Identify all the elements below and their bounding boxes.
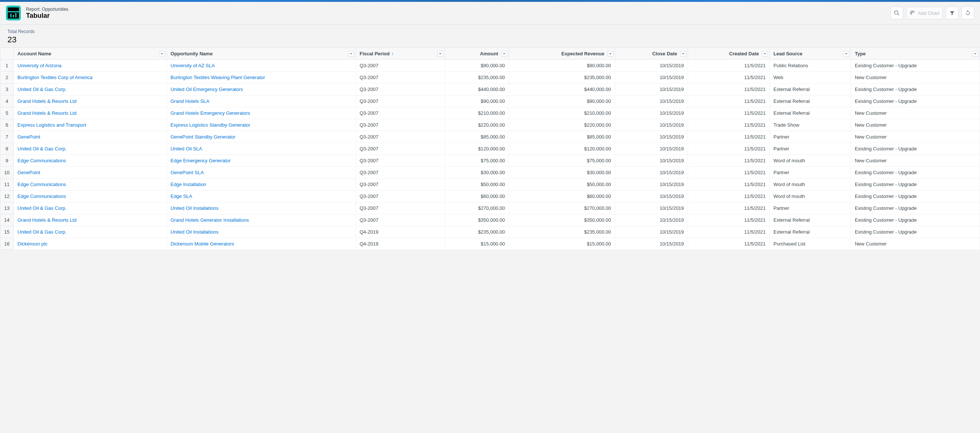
cell-type: New Customer	[851, 131, 980, 143]
cell-opportunity[interactable]: Express Logistics Standby Generator	[166, 119, 356, 131]
cell-opportunity[interactable]: Edge SLA	[166, 190, 356, 202]
cell-close: 10/15/2019	[615, 226, 687, 238]
search-button[interactable]	[891, 7, 903, 19]
cell-account[interactable]: University of Arizona	[14, 60, 167, 72]
cell-expected: $90,000.00	[509, 60, 615, 72]
cell-account[interactable]: Edge Communications	[14, 190, 167, 202]
cell-created: 11/5/2021	[687, 107, 769, 119]
refresh-button[interactable]	[961, 7, 974, 19]
cell-account[interactable]: United Oil & Gas Corp.	[14, 84, 167, 95]
column-header-amount[interactable]: Amount	[445, 48, 509, 60]
column-header-created[interactable]: Created Date	[687, 48, 769, 60]
cell-account[interactable]: United Oil & Gas Corp.	[14, 143, 167, 155]
column-header-close[interactable]: Close Date	[615, 48, 687, 60]
row-index: 16	[0, 238, 14, 250]
cell-opportunity[interactable]: Grand Hotels Generator Installations	[166, 214, 356, 226]
column-header-account[interactable]: Account Name	[14, 48, 167, 60]
table-row: 2Burlington Textiles Corp of AmericaBurl…	[0, 72, 980, 84]
cell-account[interactable]: Dickenson plc	[14, 238, 167, 250]
column-menu-button[interactable]	[762, 51, 768, 57]
column-header-type[interactable]: Type	[851, 48, 980, 60]
filter-button[interactable]	[946, 7, 958, 19]
cell-opportunity[interactable]: Burlington Textiles Weaving Plant Genera…	[166, 72, 356, 84]
add-chart-button[interactable]: Add Chart	[906, 7, 943, 19]
total-records-label: Total Records	[8, 29, 972, 34]
cell-created: 11/5/2021	[687, 238, 769, 250]
cell-account[interactable]: GenePoint	[14, 167, 167, 179]
column-menu-button[interactable]	[437, 51, 443, 57]
row-index: 3	[0, 84, 14, 95]
chart-icon	[909, 10, 915, 16]
cell-opportunity[interactable]: United Oil Installations	[166, 202, 356, 214]
table-row: 14Grand Hotels & Resorts LtdGrand Hotels…	[0, 214, 980, 226]
row-index: 6	[0, 119, 14, 131]
cell-opportunity[interactable]: Grand Hotels SLA	[166, 95, 356, 107]
cell-lead: Partner	[769, 131, 851, 143]
cell-account[interactable]: GenePoint	[14, 131, 167, 143]
cell-amount: $440,000.00	[445, 84, 509, 95]
cell-account[interactable]: Grand Hotels & Resorts Ltd	[14, 107, 167, 119]
cell-account[interactable]: Edge Communications	[14, 179, 167, 190]
cell-lead: External Referral	[769, 95, 851, 107]
column-header-lead[interactable]: Lead Source	[769, 48, 851, 60]
cell-account[interactable]: Express Logistics and Transport	[14, 119, 167, 131]
cell-opportunity[interactable]: United Oil SLA	[166, 143, 356, 155]
sort-asc-icon: ↑	[391, 51, 393, 56]
cell-expected: $60,000.00	[509, 190, 615, 202]
cell-type: Existing Customer - Upgrade	[851, 214, 980, 226]
cell-account[interactable]: Burlington Textiles Corp of America	[14, 72, 167, 84]
cell-opportunity[interactable]: GenePoint Standby Generator	[166, 131, 356, 143]
cell-expected: $270,000.00	[509, 202, 615, 214]
chevron-down-icon	[845, 52, 848, 56]
cell-account[interactable]: Grand Hotels & Resorts Ltd	[14, 95, 167, 107]
column-menu-button[interactable]	[159, 51, 165, 57]
cell-created: 11/5/2021	[687, 119, 769, 131]
cell-created: 11/5/2021	[687, 143, 769, 155]
cell-type: Existing Customer - Upgrade	[851, 202, 980, 214]
cell-created: 11/5/2021	[687, 167, 769, 179]
cell-amount: $85,000.00	[445, 131, 509, 143]
cell-account[interactable]: Grand Hotels & Resorts Ltd	[14, 214, 167, 226]
column-menu-button[interactable]	[501, 51, 507, 57]
cell-account[interactable]: Edge Communications	[14, 155, 167, 167]
cell-fiscal: Q3-2007	[356, 179, 445, 190]
cell-expected: $85,000.00	[509, 131, 615, 143]
table-row: 6Express Logistics and TransportExpress …	[0, 119, 980, 131]
cell-opportunity[interactable]: United Oil Installations	[166, 226, 356, 238]
column-menu-button[interactable]	[348, 51, 354, 57]
column-menu-button[interactable]	[680, 51, 686, 57]
cell-opportunity[interactable]: Grand Hotels Emergency Generators	[166, 107, 356, 119]
cell-expected: $350,000.00	[509, 214, 615, 226]
column-header-expected[interactable]: Expected Revenue	[509, 48, 615, 60]
cell-fiscal: Q3-2007	[356, 214, 445, 226]
column-header-opportunity[interactable]: Opportunity Name	[166, 48, 356, 60]
cell-opportunity[interactable]: Edge Emergency Generator	[166, 155, 356, 167]
row-index: 1	[0, 60, 14, 72]
cell-opportunity[interactable]: GenePoint SLA	[166, 167, 356, 179]
cell-fiscal: Q3-2007	[356, 95, 445, 107]
cell-opportunity[interactable]: Edge Installation	[166, 179, 356, 190]
cell-fiscal: Q3-2007	[356, 190, 445, 202]
column-menu-button[interactable]	[843, 51, 849, 57]
column-label: Created Date	[729, 51, 759, 56]
column-menu-button[interactable]	[972, 51, 978, 57]
cell-expected: $75,000.00	[509, 155, 615, 167]
cell-opportunity[interactable]: United Oil Emergency Generators	[166, 84, 356, 95]
cell-created: 11/5/2021	[687, 131, 769, 143]
column-label: Expected Revenue	[561, 51, 605, 56]
table-row: 4Grand Hotels & Resorts LtdGrand Hotels …	[0, 95, 980, 107]
column-header-fiscal[interactable]: Fiscal Period↑	[356, 48, 445, 60]
cell-account[interactable]: United Oil & Gas Corp.	[14, 226, 167, 238]
cell-expected: $30,000.00	[509, 167, 615, 179]
cell-opportunity[interactable]: University of AZ SLA	[166, 60, 356, 72]
cell-opportunity[interactable]: Dickenson Mobile Generators	[166, 238, 356, 250]
table-row: 11Edge CommunicationsEdge InstallationQ3…	[0, 179, 980, 190]
cell-lead: External Referral	[769, 107, 851, 119]
app-top-stripe	[0, 0, 980, 2]
column-menu-button[interactable]	[608, 51, 613, 57]
cell-expected: $440,000.00	[509, 84, 615, 95]
cell-account[interactable]: United Oil & Gas Corp.	[14, 202, 167, 214]
row-index-header	[0, 48, 14, 60]
cell-type: New Customer	[851, 238, 980, 250]
row-index: 10	[0, 167, 14, 179]
